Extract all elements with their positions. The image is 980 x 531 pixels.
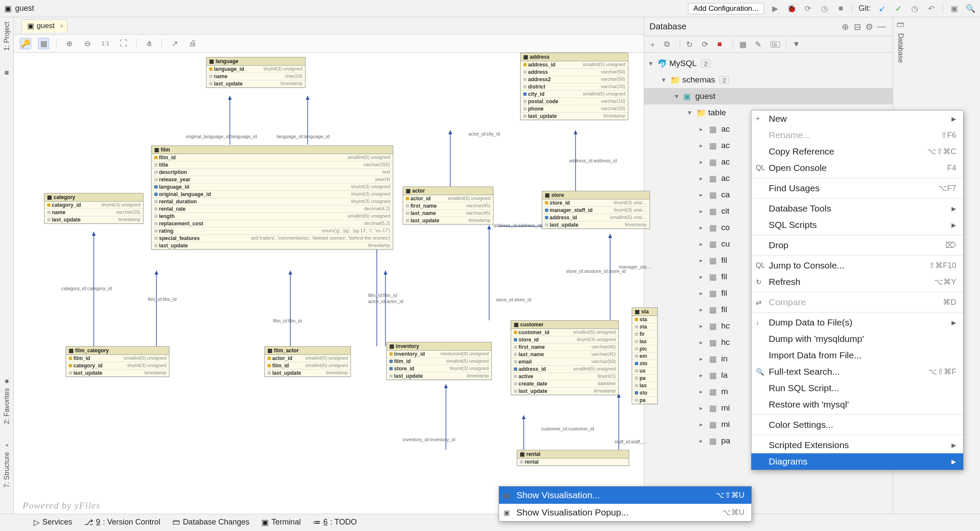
menu-drop[interactable]: Drop⌦ <box>751 237 963 253</box>
gear-icon[interactable]: ⚙ <box>863 22 875 32</box>
database-panel-header: Database ⊕ ⊟ ⚙ — <box>644 17 893 36</box>
key-columns-icon[interactable]: 🔑 <box>20 38 31 49</box>
rollback-icon[interactable]: ↶ <box>926 3 936 14</box>
rel-label: language_id:language_id <box>277 134 330 139</box>
menu-import-data-from-file-[interactable]: Import Data from File... <box>751 347 963 363</box>
bottom-database-changes[interactable]: 🗃 Database Changes <box>172 518 249 527</box>
print-icon[interactable]: 🖨 <box>187 38 198 49</box>
stop-icon[interactable]: ■ <box>717 40 727 49</box>
menu-find-usages[interactable]: Find Usages⌥F7 <box>751 180 963 196</box>
diagram-canvas[interactable]: original_language_id:language_id languag… <box>14 53 644 514</box>
structure-tool[interactable]: 7: Structure ⚬ <box>3 441 11 488</box>
refresh-icon[interactable]: ↻ <box>686 40 696 49</box>
rel-label: address_id:address_id <box>493 223 541 228</box>
powered-by-label: Powered by yFiles <box>22 500 100 511</box>
menu-refresh[interactable]: ↻Refresh⌥⌘Y <box>751 274 963 290</box>
rel-label: customer_id:customer_id <box>541 426 594 431</box>
minimize-icon[interactable]: — <box>875 22 888 32</box>
menu-copy-reference[interactable]: Copy Reference⌥⇧⌘C <box>751 143 963 160</box>
export-icon[interactable]: ↗ <box>169 38 180 49</box>
table-film_category[interactable]: ▦ film_categoryfilm_idsmallint(5) unsign… <box>66 346 169 377</box>
search-everywhere-icon[interactable]: 🔍 <box>965 3 976 14</box>
update-project-icon[interactable]: ↙ <box>877 3 887 14</box>
rel-label: store_id:stostore_id:store_id <box>566 269 626 274</box>
database-toolwindow-icon[interactable]: 🗃 <box>897 20 904 29</box>
table-address[interactable]: ▦ addressaddress_idsmallint(5) unsigneda… <box>520 53 628 120</box>
menu-full-text-search-[interactable]: 🔍Full-text Search...⌥⇧⌘F <box>751 363 963 380</box>
bottom--todo[interactable]: ≔ 6: TODO <box>313 518 356 527</box>
ide-settings-icon[interactable]: ▣ <box>949 3 959 14</box>
target-icon[interactable]: ⊕ <box>839 22 851 32</box>
rel-label: inventory_id:inventory_id <box>403 437 455 442</box>
menu-color-settings-[interactable]: Color Settings... <box>751 417 963 433</box>
top-bar: ▣ guest Add Configuration... ▶ 🐞 ⟳ ◷ ■ G… <box>0 0 980 17</box>
console-icon[interactable]: QL <box>770 41 780 47</box>
menu-diagrams[interactable]: Diagrams▸ <box>751 453 963 470</box>
tree-row[interactable]: ▼📁schemas2 <box>644 72 893 88</box>
run-icon[interactable]: ▶ <box>770 3 780 14</box>
table-store[interactable]: ▦ storestore_idtinyint(3) unsi…manager_s… <box>542 191 650 229</box>
submenu-show-visualisation-[interactable]: ▣Show Visualisation...⌥⇧⌘U <box>499 487 751 504</box>
bottom-terminal[interactable]: ▣ Terminal <box>261 518 301 527</box>
filter-icon[interactable]: ▼ <box>792 40 802 49</box>
file-tab-label: guest <box>37 22 55 30</box>
table-inventory[interactable]: ▦ inventoryinventory_idmediumint(8) unsi… <box>386 342 492 380</box>
database-tool-label[interactable]: Database <box>897 33 904 63</box>
table-rental[interactable]: ▦ rentalrental <box>517 450 629 466</box>
fit-content-icon[interactable]: ⛶ <box>118 38 129 49</box>
add-icon[interactable]: ＋ <box>649 39 658 50</box>
rel-label: actor_id:city_id <box>468 131 500 136</box>
table-film_actor[interactable]: ▦ film_actoractor_idsmallint(5) unsigned… <box>264 346 351 377</box>
edit-icon[interactable]: ✎ <box>755 40 764 49</box>
file-tab-guest[interactable]: ▣ guest × <box>22 19 67 32</box>
rel-label: film_id:film_id <box>273 318 302 323</box>
table-category[interactable]: ▦ categorycategory_idtinyint(3) unsigned… <box>44 193 143 224</box>
menu-open-console[interactable]: QLOpen ConsoleF4 <box>751 160 963 176</box>
rel-label: original_language_id:language_id <box>186 134 257 139</box>
menu-sql-scripts[interactable]: SQL Scripts▸ <box>751 217 963 233</box>
bottom--version-control[interactable]: ⎇ 9: Version Control <box>84 518 160 527</box>
bottom-bar: ▷ Services⎇ 9: Version Control🗃 Database… <box>0 514 980 530</box>
tree-row[interactable]: ▼🐬MySQL2 <box>644 55 893 72</box>
coverage-icon[interactable]: ⟳ <box>803 3 813 14</box>
menu-dump-data-to-file-s-[interactable]: ↓Dump Data to File(s)▸ <box>751 314 963 331</box>
menu-new[interactable]: +New▸ <box>751 111 963 127</box>
close-icon[interactable]: × <box>60 22 63 29</box>
context-menu[interactable]: +New▸Rename...⇧F6Copy Reference⌥⇧⌘CQLOpe… <box>751 110 964 470</box>
table-view-icon[interactable]: ▦ <box>739 40 749 49</box>
menu-restore-with-mysql-[interactable]: Restore with 'mysql' <box>751 396 963 413</box>
add-configuration-button[interactable]: Add Configuration... <box>688 3 764 14</box>
rel-label: address_id:address_id <box>569 158 617 163</box>
menu-scripted-extensions[interactable]: Scripted Extensions▸ <box>751 437 963 453</box>
menu-dump-with-mysqldump-[interactable]: Dump with 'mysqldump' <box>751 331 963 347</box>
all-columns-icon[interactable]: ▦ <box>38 38 49 49</box>
project-tool[interactable]: 1: Project <box>3 22 11 51</box>
table-language[interactable]: ▦ languagelanguage_idtinyint(3) unsigned… <box>206 57 305 88</box>
favorites-tool[interactable]: 2: Favorites ★ <box>3 377 11 424</box>
tree-row[interactable]: ▼▣guest <box>644 88 893 104</box>
editor-toolbar: 🔑 ▦ ⊕ ⊖ 1:1 ⛶ ⋔ ↗ 🖨 <box>14 35 644 53</box>
commit-icon[interactable]: ✓ <box>893 3 904 14</box>
editor-area: ▣ guest × 🔑 ▦ ⊕ ⊖ 1:1 ⛶ ⋔ ↗ 🖨 <box>14 17 644 514</box>
table-actor[interactable]: ▦ actoractor_idsmallint(5) unsignedfirst… <box>403 186 493 224</box>
profile-icon[interactable]: ◷ <box>819 3 830 14</box>
layout-icon[interactable]: ⋔ <box>143 38 155 49</box>
debug-icon[interactable]: 🐞 <box>786 3 797 14</box>
zoom-out-icon[interactable]: ⊖ <box>82 38 93 49</box>
zoom-actual-icon[interactable]: 1:1 <box>100 38 111 49</box>
sync-icon[interactable]: ⟳ <box>702 40 711 49</box>
table-film[interactable]: ▦ filmfilm_idsmallint(5) unsignedtitleva… <box>151 145 393 250</box>
diagrams-submenu[interactable]: ▣Show Visualisation...⌥⇧⌘U▣Show Visualis… <box>499 486 752 522</box>
bottom-services[interactable]: ▷ Services <box>34 518 72 527</box>
table-customer[interactable]: ▦ customercustomer_idsmallint(5) unsigne… <box>511 320 619 395</box>
menu-jump-to-console-[interactable]: QLJump to Console...⇧⌘F10 <box>751 257 963 274</box>
stop-icon[interactable]: ■ <box>836 3 846 14</box>
duplicate-icon[interactable]: ⧉ <box>664 40 674 49</box>
submenu-show-visualisation-popup-[interactable]: ▣Show Visualisation Popup...⌥⌘U <box>499 504 751 521</box>
zoom-in-icon[interactable]: ⊕ <box>64 38 75 49</box>
history-icon[interactable]: ◷ <box>910 3 920 14</box>
menu-database-tools[interactable]: Database Tools▸ <box>751 200 963 217</box>
folder-icon: ■ <box>4 68 9 77</box>
menu-run-sql-script-[interactable]: Run SQL Script... <box>751 380 963 396</box>
collapse-icon[interactable]: ⊟ <box>851 22 863 32</box>
